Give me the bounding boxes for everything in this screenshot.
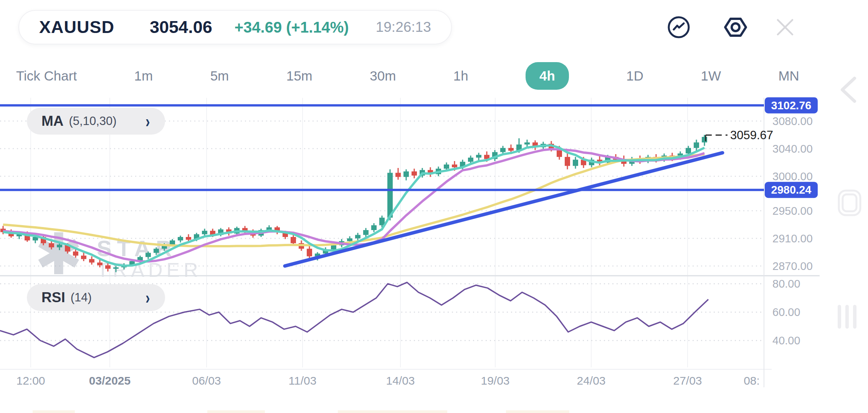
svg-text:14/03: 14/03: [386, 374, 415, 387]
bottom-strip: [506, 410, 569, 413]
svg-text:2910.00: 2910.00: [772, 232, 813, 245]
close-icon: [773, 15, 797, 39]
trading-app: ✱STARTRADER3102.762980.243080.003040.003…: [0, 0, 868, 413]
svg-text:3102.76: 3102.76: [771, 99, 812, 112]
rsi-indicator-button[interactable]: RSI (14) ›: [27, 284, 165, 311]
price-change: +34.69 (+1.14%): [235, 19, 349, 36]
svg-text:2950.00: 2950.00: [772, 205, 813, 217]
ma30-line: [3, 155, 704, 247]
settings-button[interactable]: [724, 15, 747, 39]
svg-text:3059.67: 3059.67: [730, 128, 773, 142]
svg-text:2980.24: 2980.24: [771, 184, 812, 196]
tab-mn[interactable]: MN: [778, 68, 799, 84]
collapse-panel-button[interactable]: [837, 75, 861, 106]
server-time: 19:26:13: [376, 19, 431, 35]
tab-1d[interactable]: 1D: [626, 68, 643, 84]
chevron-right-icon: ›: [145, 289, 150, 306]
symbol-header: XAUUSD 3054.06 +34.69 (+1.14%) 19:26:13: [18, 10, 452, 44]
svg-text:03/2025: 03/2025: [89, 374, 131, 387]
triple-bars-icon: [838, 305, 858, 329]
rounded-square-icon: [837, 189, 862, 217]
tab-4h[interactable]: 4h: [526, 62, 569, 90]
last-price: 3054.06: [150, 17, 212, 37]
watermark: ✱STARTRADER: [35, 222, 202, 286]
chevron-right-icon: ›: [145, 112, 150, 130]
tab-15m[interactable]: 15m: [286, 68, 312, 84]
panel-handle[interactable]: [838, 305, 858, 330]
timeframe-tabs: Tick Chart1m5m15m30m1h4h1D1WMN: [16, 61, 799, 91]
svg-text:19/03: 19/03: [481, 374, 509, 387]
drawing-tool-button[interactable]: [837, 189, 862, 219]
svg-text:2870.00: 2870.00: [772, 260, 813, 272]
svg-text:60.00: 60.00: [772, 306, 800, 318]
bottom-strip: [33, 410, 75, 413]
chevron-left-icon: [837, 75, 861, 104]
svg-text:12:00: 12:00: [16, 374, 45, 387]
ma-params: (5,10,30): [69, 114, 117, 128]
svg-text:3040.00: 3040.00: [772, 143, 813, 155]
svg-text:3080.00: 3080.00: [772, 115, 813, 127]
tab-1w[interactable]: 1W: [701, 68, 721, 84]
chart-type-button[interactable]: [667, 15, 691, 39]
svg-text:11/03: 11/03: [289, 374, 317, 387]
tab-1h[interactable]: 1h: [453, 68, 468, 84]
bottom-strip: [338, 410, 447, 413]
gridlines: [0, 98, 764, 367]
svg-text:06/03: 06/03: [192, 374, 221, 387]
trend-circle-icon: [667, 15, 691, 39]
symbol-name: XAUUSD: [39, 17, 114, 37]
svg-text:08:: 08:: [744, 374, 760, 387]
tab-30m[interactable]: 30m: [370, 68, 396, 84]
close-button[interactable]: [773, 15, 797, 39]
tab-5m[interactable]: 5m: [210, 68, 229, 84]
hexagon-nut-icon: [724, 15, 747, 39]
svg-text:40.00: 40.00: [772, 334, 800, 347]
bottom-strip: [207, 410, 265, 413]
svg-text:27/03: 27/03: [673, 374, 702, 387]
ma-label: MA: [41, 113, 64, 129]
rsi-params: (14): [71, 291, 92, 304]
last-price-marker: 3059.67: [706, 128, 773, 142]
rsi-label: RSI: [41, 290, 65, 306]
tab-tick-chart[interactable]: Tick Chart: [16, 68, 77, 84]
svg-text:24/03: 24/03: [577, 374, 605, 387]
trend-line: [285, 153, 723, 266]
ma-indicator-button[interactable]: MA (5,10,30) ›: [27, 108, 165, 135]
tab-1m[interactable]: 1m: [134, 68, 153, 84]
svg-text:3000.00: 3000.00: [772, 170, 813, 183]
svg-text:80.00: 80.00: [772, 278, 800, 290]
